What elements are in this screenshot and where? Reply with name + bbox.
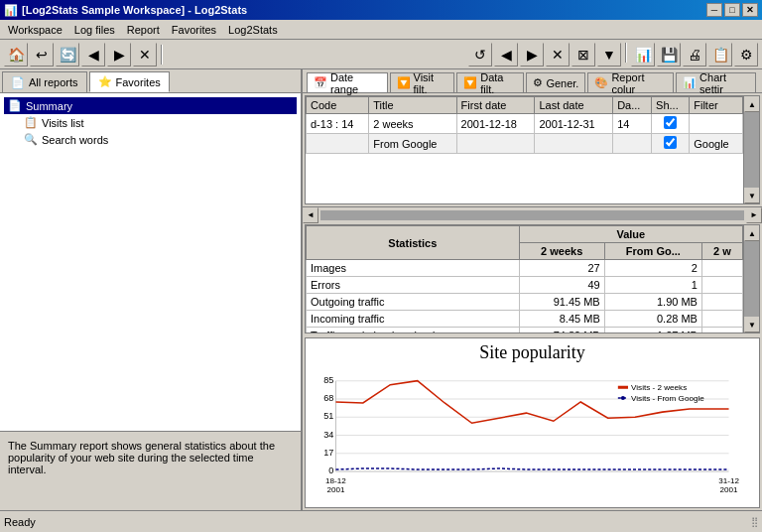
app-icon: 📊 <box>4 4 18 17</box>
col-filter: Filter <box>690 97 743 114</box>
menu-bar: Workspace Log files Report Favorites Log… <box>0 20 762 40</box>
stats-row-images: Images 27 2 <box>307 260 743 277</box>
gener-icon: ⚙ <box>533 76 543 89</box>
table-row[interactable]: From Google Google <box>307 134 743 154</box>
rt-btn-refresh[interactable]: ↺ <box>468 43 492 66</box>
vscroll-up[interactable]: ▲ <box>744 96 760 112</box>
toolbar-btn-3[interactable]: ◀ <box>81 43 105 66</box>
col-title: Title <box>369 97 456 114</box>
y-label-51: 51 <box>323 411 333 421</box>
minimize-button[interactable]: ─ <box>706 3 722 17</box>
hscroll-left[interactable]: ◄ <box>303 207 318 223</box>
rt-btn-chart[interactable]: 📊 <box>631 43 655 66</box>
hscroll-track[interactable] <box>320 210 744 220</box>
tab-all-reports[interactable]: 📄 All reports <box>2 71 87 92</box>
filter-table: Code Title First date Last date Da... Sh… <box>306 96 743 154</box>
statistics-container: Statistics Value 2 weeks From Go... 2 w <box>305 224 760 333</box>
table-row[interactable]: d-13 : 14 2 weeks 2001-12-18 2001-12-31 … <box>307 114 743 134</box>
tree-panel: 📄 Summary 📋 Visits list 🔍 Search words <box>0 93 301 431</box>
title-bar-controls: ─ □ ✕ <box>706 3 758 17</box>
stats-col-2w: 2 w <box>701 243 742 260</box>
menu-report[interactable]: Report <box>121 22 166 38</box>
status-text: Ready <box>4 516 751 528</box>
filter-tab-chart-settir[interactable]: 📊 Chart settir <box>676 72 756 92</box>
rt-btn-dropdown[interactable]: ▼ <box>597 43 621 66</box>
visit-filt-icon: 🔽 <box>397 76 411 89</box>
right-panel: 📅 Date range 🔽 Visit filt. 🔽 Data filt. … <box>303 69 762 510</box>
vscroll-down[interactable]: ▼ <box>744 188 760 203</box>
filter-tab-data-filt[interactable]: 🔽 Data filt. <box>456 72 524 92</box>
filter-tab-visit-filt[interactable]: 🔽 Visit filt. <box>390 72 455 92</box>
tree-item-summary[interactable]: 📄 Summary <box>4 97 297 114</box>
rt-btn-filter[interactable]: ⊠ <box>572 43 595 66</box>
chart-title: Site popularity <box>479 338 585 365</box>
menu-workspace[interactable]: Workspace <box>2 22 68 38</box>
toolbar-btn-5[interactable]: ✕ <box>133 43 157 66</box>
status-bar: Ready ⣿ <box>0 510 762 532</box>
stats-vscroll-down[interactable]: ▼ <box>744 317 760 332</box>
report-colour-icon: 🎨 <box>594 76 608 89</box>
stats-col-2weeks: 2 weeks <box>519 243 604 260</box>
title-bar-left: 📊 [Log2Stats Sample Workspace] - Log2Sta… <box>4 4 247 17</box>
close-button[interactable]: ✕ <box>742 3 758 17</box>
menu-log-files[interactable]: Log files <box>68 22 121 38</box>
menu-log2stats[interactable]: Log2Stats <box>222 22 284 38</box>
data-table-vscrollbar[interactable]: ▲ ▼ <box>743 96 759 203</box>
stats-vscroll-up[interactable]: ▲ <box>744 225 760 241</box>
rt-btn-copy[interactable]: 📋 <box>708 43 732 66</box>
stats-row-outgoing: Outgoing traffic 91.45 MB 1.90 MB <box>307 294 743 311</box>
chart-area: Site popularity 85 68 51 34 17 0 <box>305 337 760 508</box>
data-table: Code Title First date Last date Da... Sh… <box>305 95 760 204</box>
stats-row-incoming: Incoming traffic 8.45 MB 0.28 MB <box>307 311 743 328</box>
tree-item-visits-list[interactable]: 📋 Visits list <box>20 114 297 131</box>
y-label-17: 17 <box>323 448 333 458</box>
col-da: Da... <box>613 97 652 114</box>
data-filt-icon: 🔽 <box>463 76 477 89</box>
h-scrollbar[interactable]: ◄ ► <box>303 206 762 222</box>
toolbar: 🏠 ↩ 🔄 ◀ ▶ ✕ ↺ ◀ ▶ ✕ ⊠ ▼ 📊 💾 🖨 📋 ⚙ <box>0 40 762 69</box>
tree-item-search-words[interactable]: 🔍 Search words <box>20 131 297 148</box>
stats-col-value: Value <box>519 226 742 243</box>
stats-vscrollbar[interactable]: ▲ ▼ <box>743 225 759 332</box>
y-label-85: 85 <box>323 375 333 385</box>
filter-tab-date-range[interactable]: 📅 Date range <box>307 72 388 92</box>
left-panel: 📄 All reports ⭐ Favorites 📄 Summary 📋 Vi… <box>0 69 303 510</box>
filter-tab-report-colour[interactable]: 🎨 Report colur <box>587 72 674 92</box>
vscroll-track[interactable] <box>744 112 759 188</box>
chart-svg-container: 85 68 51 34 17 0 <box>306 365 759 507</box>
rt-btn-stop[interactable]: ✕ <box>546 43 570 66</box>
visits-list-icon: 📋 <box>24 116 38 129</box>
rt-btn-prev[interactable]: ◀ <box>494 43 518 66</box>
x-label-start-year: 2001 <box>326 485 345 494</box>
toolbar-btn-1[interactable]: ↩ <box>30 43 54 66</box>
statistics-table: Statistics Value 2 weeks From Go... 2 w <box>306 225 743 332</box>
stats-vscroll-track[interactable] <box>744 241 759 317</box>
row1-sh-checkbox[interactable] <box>664 136 677 149</box>
stats-col-fromgo: From Go... <box>604 243 701 260</box>
description-panel: The Summary report shows general statist… <box>0 431 301 510</box>
hscroll-right[interactable]: ► <box>746 207 762 223</box>
toolbar-btn-4[interactable]: ▶ <box>107 43 131 66</box>
window-title: [Log2Stats Sample Workspace] - Log2Stats <box>22 4 247 16</box>
toolbar-btn-2[interactable]: 🔄 <box>56 43 79 66</box>
menu-favorites[interactable]: Favorites <box>166 22 222 38</box>
col-last-date: Last date <box>535 97 613 114</box>
resize-grip[interactable]: ⣿ <box>751 516 758 527</box>
toolbar-btn-0[interactable]: 🏠 <box>4 43 28 66</box>
rt-btn-settings[interactable]: ⚙ <box>734 43 758 66</box>
maximize-button[interactable]: □ <box>724 3 740 17</box>
legend-series2-label: Visits - From Google <box>631 394 704 403</box>
filter-tab-gener[interactable]: ⚙ Gener. <box>526 72 585 92</box>
tabs: 📄 All reports ⭐ Favorites <box>0 69 301 93</box>
toolbar-sep-1 <box>161 45 163 65</box>
legend-series1-icon <box>618 386 628 389</box>
rt-btn-print[interactable]: 🖨 <box>683 43 706 66</box>
series2-line <box>335 468 728 469</box>
y-label-34: 34 <box>323 430 333 440</box>
legend-series2-dot <box>621 396 625 400</box>
rt-btn-next[interactable]: ▶ <box>520 43 544 66</box>
row0-sh-checkbox[interactable] <box>664 116 677 129</box>
tab-favorites[interactable]: ⭐ Favorites <box>89 71 170 92</box>
main-layout: 📄 All reports ⭐ Favorites 📄 Summary 📋 Vi… <box>0 69 762 510</box>
rt-btn-save[interactable]: 💾 <box>657 43 681 66</box>
